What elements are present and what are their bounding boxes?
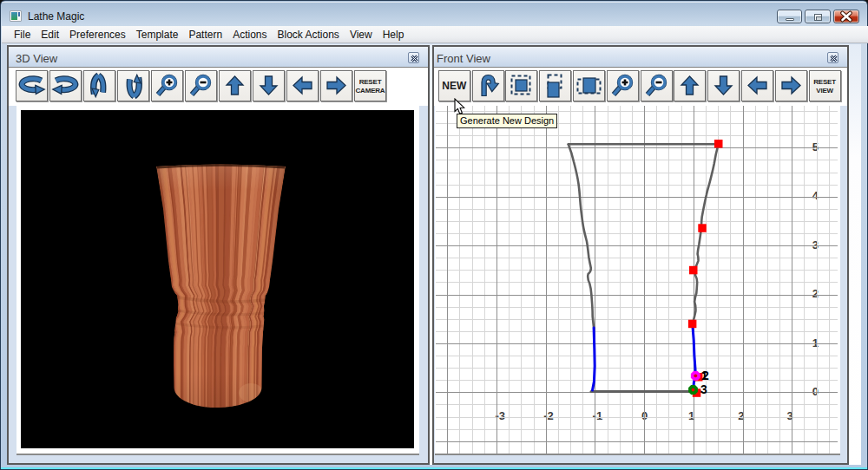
svg-text:2: 2 (702, 369, 709, 382)
svg-text:3: 3 (700, 382, 707, 396)
